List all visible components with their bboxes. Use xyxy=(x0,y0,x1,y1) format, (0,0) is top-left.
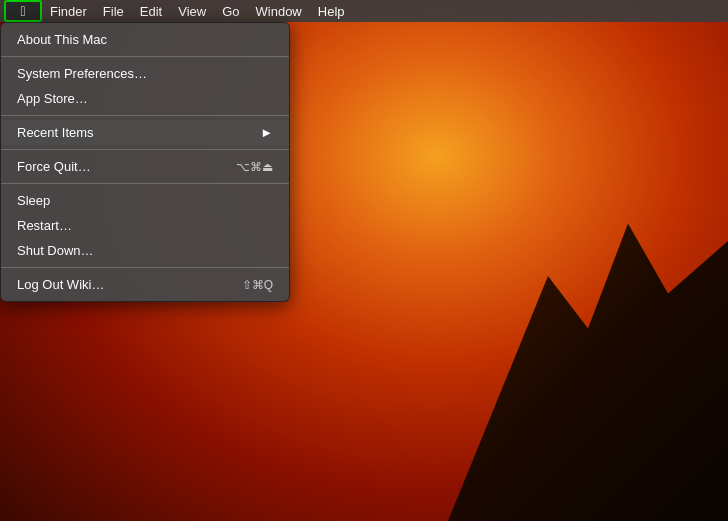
menubar-finder-label: Finder xyxy=(50,4,87,19)
about-this-mac-label: About This Mac xyxy=(17,32,273,47)
menubar-view[interactable]: View xyxy=(170,0,214,22)
menu-item-shutdown[interactable]: Shut Down… xyxy=(1,238,289,263)
menu-separator-4 xyxy=(1,183,289,184)
menubar-window-label: Window xyxy=(256,4,302,19)
menubar-go[interactable]: Go xyxy=(214,0,247,22)
menu-item-sleep[interactable]: Sleep xyxy=(1,188,289,213)
menubar-help-label: Help xyxy=(318,4,345,19)
menu-item-system-prefs[interactable]: System Preferences… xyxy=(1,61,289,86)
menubar-file[interactable]: File xyxy=(95,0,132,22)
force-quit-label: Force Quit… xyxy=(17,159,216,174)
menu-item-logout[interactable]: Log Out Wiki… ⇧⌘Q xyxy=(1,272,289,297)
recent-items-arrow-icon: ► xyxy=(260,125,273,140)
menu-separator-2 xyxy=(1,115,289,116)
menubar-finder[interactable]: Finder xyxy=(42,0,95,22)
menubar:  Finder File Edit View Go Window Help xyxy=(0,0,728,22)
apple-logo-icon:  xyxy=(20,4,25,18)
logout-label: Log Out Wiki… xyxy=(17,277,222,292)
menubar-file-label: File xyxy=(103,4,124,19)
recent-items-label: Recent Items xyxy=(17,125,94,140)
menu-separator-3 xyxy=(1,149,289,150)
menubar-items: Finder File Edit View Go Window Help xyxy=(42,0,353,22)
menubar-help[interactable]: Help xyxy=(310,0,353,22)
sleep-label: Sleep xyxy=(17,193,273,208)
app-store-label: App Store… xyxy=(17,91,273,106)
menubar-edit-label: Edit xyxy=(140,4,162,19)
menubar-view-label: View xyxy=(178,4,206,19)
menu-separator-5 xyxy=(1,267,289,268)
menu-item-app-store[interactable]: App Store… xyxy=(1,86,289,111)
logout-shortcut: ⇧⌘Q xyxy=(242,278,273,292)
system-preferences-label: System Preferences… xyxy=(17,66,273,81)
restart-label: Restart… xyxy=(17,218,273,233)
apple-dropdown-menu: About This Mac System Preferences… App S… xyxy=(0,22,290,302)
force-quit-shortcut: ⌥⌘⏏ xyxy=(236,160,273,174)
menu-item-restart[interactable]: Restart… xyxy=(1,213,289,238)
menu-item-recent-items[interactable]: Recent Items ► xyxy=(1,120,289,145)
menu-separator-1 xyxy=(1,56,289,57)
menu-item-force-quit[interactable]: Force Quit… ⌥⌘⏏ xyxy=(1,154,289,179)
menu-item-about[interactable]: About This Mac xyxy=(1,27,289,52)
apple-menu-button[interactable]:  xyxy=(4,0,42,22)
menubar-edit[interactable]: Edit xyxy=(132,0,170,22)
menubar-go-label: Go xyxy=(222,4,239,19)
menubar-window[interactable]: Window xyxy=(248,0,310,22)
shutdown-label: Shut Down… xyxy=(17,243,273,258)
